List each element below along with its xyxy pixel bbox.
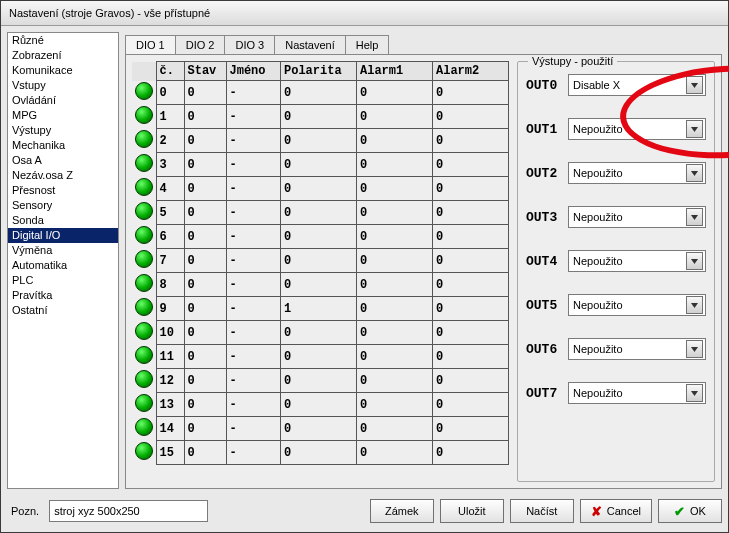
cell-jmeno: -: [226, 129, 281, 153]
cell-stav: 0: [184, 369, 226, 393]
output-label: OUT3: [526, 210, 568, 225]
cell-jmeno: -: [226, 393, 281, 417]
cell-jmeno: -: [226, 417, 281, 441]
cell-a2: 0: [433, 81, 509, 105]
table-row[interactable]: 140-000: [132, 417, 509, 441]
cell-stav: 0: [184, 105, 226, 129]
sidebar-item-r-zn-[interactable]: Různé: [8, 33, 118, 48]
status-led-icon: [135, 274, 153, 292]
output-select-out2[interactable]: Nepoužito: [568, 162, 706, 184]
output-label: OUT4: [526, 254, 568, 269]
lock-button[interactable]: Zámek: [370, 499, 434, 523]
col-header: Jméno: [226, 62, 281, 81]
cell-stav: 0: [184, 177, 226, 201]
window-body: RůznéZobrazeníKomunikaceVstupyOvládáníMP…: [1, 26, 728, 491]
cell-jmeno: -: [226, 249, 281, 273]
table-row[interactable]: 50-000: [132, 201, 509, 225]
output-value: Nepoužito: [573, 299, 623, 311]
cell-num: 10: [156, 321, 184, 345]
ok-button[interactable]: ✔ OK: [658, 499, 722, 523]
cell-a1: 0: [357, 369, 433, 393]
sidebar-item-sensory[interactable]: Sensory: [8, 198, 118, 213]
chevron-down-icon: [686, 164, 703, 182]
status-led-icon: [135, 154, 153, 172]
sidebar-item-zobrazen-[interactable]: Zobrazení: [8, 48, 118, 63]
table-row[interactable]: 40-000: [132, 177, 509, 201]
cell-pol: 0: [281, 129, 357, 153]
sidebar-item-automatika[interactable]: Automatika: [8, 258, 118, 273]
sidebar-item-nez-v-osa-z[interactable]: Nezáv.osa Z: [8, 168, 118, 183]
table-row[interactable]: 120-000: [132, 369, 509, 393]
sidebar-item-v-m-na[interactable]: Výměna: [8, 243, 118, 258]
load-button[interactable]: Načíst: [510, 499, 574, 523]
output-select-out3[interactable]: Nepoužito: [568, 206, 706, 228]
output-select-out4[interactable]: Nepoužito: [568, 250, 706, 272]
sidebar-item-ovl-d-n-[interactable]: Ovládání: [8, 93, 118, 108]
table-row[interactable]: 20-000: [132, 129, 509, 153]
table-row[interactable]: 150-000: [132, 441, 509, 465]
tab-dio-1[interactable]: DIO 1: [125, 35, 176, 54]
sidebar-item-mpg[interactable]: MPG: [8, 108, 118, 123]
outputs-legend: Výstupy - použití: [528, 55, 617, 67]
output-row: OUT3Nepoužito: [526, 206, 706, 228]
table-row[interactable]: 70-000: [132, 249, 509, 273]
output-value: Nepoužito: [573, 167, 623, 179]
sidebar-item-osa-a[interactable]: Osa A: [8, 153, 118, 168]
output-select-out5[interactable]: Nepoužito: [568, 294, 706, 316]
output-select-out6[interactable]: Nepoužito: [568, 338, 706, 360]
note-input[interactable]: [49, 500, 208, 522]
sidebar-item-p-esnost[interactable]: Přesnost: [8, 183, 118, 198]
cell-a2: 0: [433, 441, 509, 465]
output-row: OUT7Nepoužito: [526, 382, 706, 404]
status-led-icon: [135, 298, 153, 316]
sidebar-item-sonda[interactable]: Sonda: [8, 213, 118, 228]
tab-nastaven-[interactable]: Nastavení: [274, 35, 346, 54]
table-row[interactable]: 130-000: [132, 393, 509, 417]
table-row[interactable]: 90-100: [132, 297, 509, 321]
sidebar-item-mechanika[interactable]: Mechanika: [8, 138, 118, 153]
tab-help[interactable]: Help: [345, 35, 390, 54]
table-row[interactable]: 60-000: [132, 225, 509, 249]
sidebar-item-ostatn-[interactable]: Ostatní: [8, 303, 118, 318]
table-row[interactable]: 110-000: [132, 345, 509, 369]
table-row[interactable]: 80-000: [132, 273, 509, 297]
cell-a1: 0: [357, 345, 433, 369]
sidebar-item-plc[interactable]: PLC: [8, 273, 118, 288]
output-select-out0[interactable]: Disable X: [568, 74, 706, 96]
cell-stav: 0: [184, 81, 226, 105]
chevron-down-icon: [686, 252, 703, 270]
sidebar-item-digital-i-o[interactable]: Digital I/O: [8, 228, 118, 243]
cell-pol: 0: [281, 345, 357, 369]
sidebar-item-vstupy[interactable]: Vstupy: [8, 78, 118, 93]
chevron-down-icon: [686, 296, 703, 314]
table-row[interactable]: 30-000: [132, 153, 509, 177]
output-select-out7[interactable]: Nepoužito: [568, 382, 706, 404]
status-led-icon: [135, 82, 153, 100]
cell-num: 3: [156, 153, 184, 177]
note-label: Pozn.: [7, 505, 43, 517]
sidebar-item-prav-tka[interactable]: Pravítka: [8, 288, 118, 303]
cell-stav: 0: [184, 417, 226, 441]
cell-a2: 0: [433, 225, 509, 249]
table-row[interactable]: 100-000: [132, 321, 509, 345]
output-row: OUT6Nepoužito: [526, 338, 706, 360]
cell-num: 4: [156, 177, 184, 201]
cell-stav: 0: [184, 153, 226, 177]
status-led-icon: [135, 250, 153, 268]
tab-dio-3[interactable]: DIO 3: [224, 35, 275, 54]
tab-dio-2[interactable]: DIO 2: [175, 35, 226, 54]
cell-a1: 0: [357, 153, 433, 177]
status-led-icon: [135, 202, 153, 220]
table-row[interactable]: 10-000: [132, 105, 509, 129]
cell-pol: 1: [281, 297, 357, 321]
output-value: Disable X: [573, 79, 620, 91]
table-row[interactable]: 00-000: [132, 81, 509, 105]
cell-a2: 0: [433, 273, 509, 297]
sidebar-item-v-stupy[interactable]: Výstupy: [8, 123, 118, 138]
cell-a2: 0: [433, 417, 509, 441]
cancel-button[interactable]: ✘ Cancel: [580, 499, 652, 523]
save-button[interactable]: Uložit: [440, 499, 504, 523]
sidebar-item-komunikace[interactable]: Komunikace: [8, 63, 118, 78]
cell-num: 9: [156, 297, 184, 321]
output-select-out1[interactable]: Nepoužito: [568, 118, 706, 140]
